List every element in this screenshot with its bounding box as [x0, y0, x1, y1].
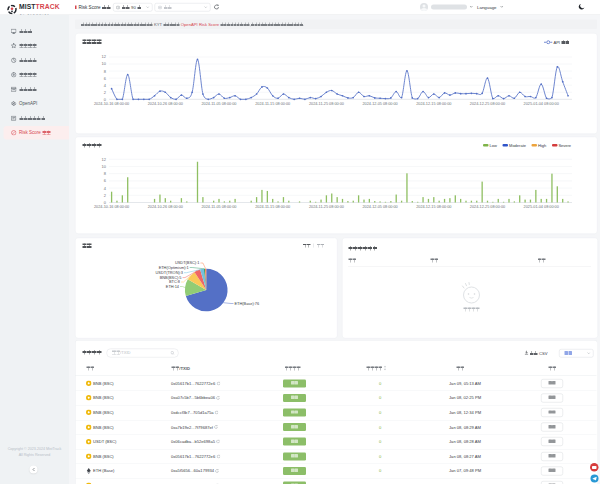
svg-text:4: 4: [104, 186, 107, 191]
svg-text:2024-12-05 08:00:00: 2024-12-05 08:00:00: [362, 102, 397, 106]
svg-text:2024-11-05 08:00:00: 2024-11-05 08:00:00: [202, 102, 237, 106]
svg-text:12: 12: [102, 54, 107, 59]
svg-text:2024-12-25 08:00:00: 2024-12-25 08:00:00: [470, 102, 505, 106]
svg-text:2025-01-04 08:00:00: 2025-01-04 08:00:00: [524, 205, 559, 209]
svg-text:ETH:14: ETH:14: [166, 284, 180, 289]
svg-text:6: 6: [104, 76, 107, 81]
svg-text:4: 4: [104, 83, 107, 88]
svg-text:2024-10-26 08:00:00: 2024-10-26 08:00:00: [148, 205, 183, 209]
svg-text:2025-01-04 08:00:00: 2025-01-04 08:00:00: [524, 102, 559, 106]
svg-text:2: 2: [104, 193, 107, 198]
svg-text:2024-11-05 08:00:00: 2024-11-05 08:00:00: [202, 205, 237, 209]
svg-text:8: 8: [104, 69, 107, 74]
svg-text:2024-11-15 08:00:00: 2024-11-15 08:00:00: [255, 102, 290, 106]
svg-text:2024-12-05 08:00:00: 2024-12-05 08:00:00: [362, 205, 397, 209]
svg-text:2024-10-16 08:00:00: 2024-10-16 08:00:00: [94, 102, 129, 106]
svg-text:2: 2: [104, 90, 107, 95]
svg-text:6: 6: [104, 178, 107, 183]
svg-text:2024-11-15 08:00:00: 2024-11-15 08:00:00: [255, 205, 290, 209]
svg-text:12: 12: [102, 157, 107, 162]
svg-text:2024-12-15 08:00:00: 2024-12-15 08:00:00: [416, 102, 451, 106]
svg-text:2024-10-16 08:00:00: 2024-10-16 08:00:00: [94, 205, 129, 209]
svg-text:2024-12-15 08:00:00: 2024-12-15 08:00:00: [416, 205, 451, 209]
svg-text:10: 10: [102, 164, 107, 169]
svg-text:ETH(Base):76: ETH(Base):76: [235, 301, 260, 306]
svg-text:10: 10: [102, 61, 107, 66]
svg-text:2024-12-25 08:00:00: 2024-12-25 08:00:00: [470, 205, 505, 209]
svg-text:2024-11-25 08:00:00: 2024-11-25 08:00:00: [309, 205, 344, 209]
svg-text:2024-10-26 08:00:00: 2024-10-26 08:00:00: [148, 102, 183, 106]
svg-text:8: 8: [104, 171, 107, 176]
svg-text:2024-11-25 08:00:00: 2024-11-25 08:00:00: [309, 102, 344, 106]
